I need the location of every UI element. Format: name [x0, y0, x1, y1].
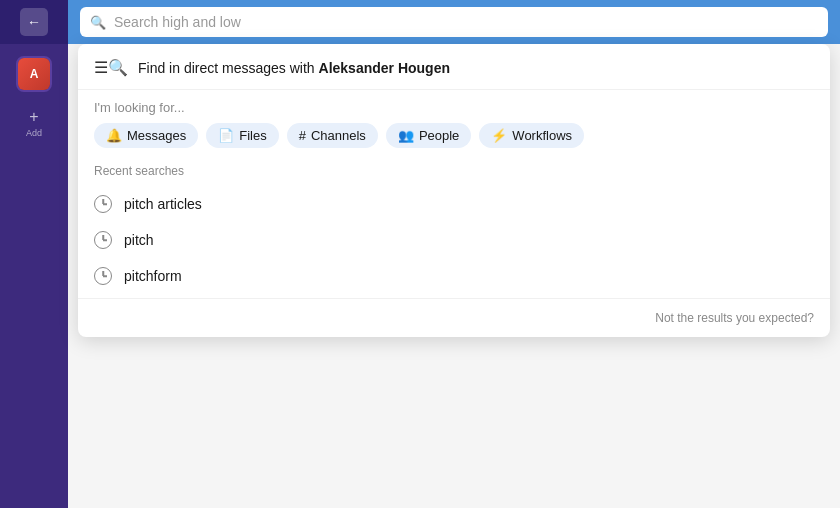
clock-icon-3 — [94, 267, 112, 285]
sidebar-top-bar: ← — [0, 0, 68, 44]
back-button[interactable]: ← — [20, 8, 48, 36]
clock-icon-2 — [94, 231, 112, 249]
top-bar: 🔍 Search high and low — [68, 0, 840, 44]
search-bar[interactable]: 🔍 Search high and low — [80, 7, 828, 37]
recent-text-pitchform: pitchform — [124, 268, 182, 284]
pill-channels-label: Channels — [311, 128, 366, 143]
search-icon: 🔍 — [90, 15, 106, 30]
recent-item-pitch[interactable]: pitch — [78, 222, 830, 258]
looking-for-hint: I'm looking for... — [78, 90, 830, 123]
recent-text-pitch: pitch — [124, 232, 154, 248]
pill-messages[interactable]: 🔔 Messages — [94, 123, 198, 148]
pill-files[interactable]: 📄 Files — [206, 123, 278, 148]
pill-workflows-label: Workflows — [512, 128, 572, 143]
find-in-dm-icon: ☰🔍 — [94, 58, 128, 77]
find-in-dm-row[interactable]: ☰🔍 Find in direct messages with Aleksand… — [78, 44, 830, 90]
recent-searches-label: Recent searches — [78, 160, 830, 186]
bottom-hint: Not the results you expected? — [78, 298, 830, 337]
add-label: Add — [26, 128, 42, 138]
avatar[interactable]: A — [16, 56, 52, 92]
pill-workflows[interactable]: ⚡ Workflows — [479, 123, 584, 148]
find-in-dm-text: Find in direct messages with Aleksander … — [138, 60, 450, 76]
search-placeholder: Search high and low — [114, 14, 241, 30]
filter-pills: 🔔 Messages 📄 Files # Channels 👥 People ⚡… — [78, 123, 830, 160]
people-icon: 👥 — [398, 128, 414, 143]
messages-icon: 🔔 — [106, 128, 122, 143]
find-in-dm-user: Aleksander Hougen — [319, 60, 450, 76]
files-icon: 📄 — [218, 128, 234, 143]
pill-files-label: Files — [239, 128, 266, 143]
channels-icon: # — [299, 128, 306, 143]
recent-text-pitch-articles: pitch articles — [124, 196, 202, 212]
sidebar: ← A + Add — [0, 0, 68, 508]
main-content: 🔍 Search high and low ☰🔍 Find in direct … — [68, 0, 840, 508]
pill-people[interactable]: 👥 People — [386, 123, 471, 148]
pill-people-label: People — [419, 128, 459, 143]
clock-icon — [94, 195, 112, 213]
avatar-initials: A — [18, 58, 50, 90]
pill-messages-label: Messages — [127, 128, 186, 143]
add-workspace-button[interactable]: + Add — [26, 108, 42, 138]
add-icon: + — [29, 108, 38, 126]
search-dropdown: ☰🔍 Find in direct messages with Aleksand… — [78, 44, 830, 337]
recent-item-pitch-articles[interactable]: pitch articles — [78, 186, 830, 222]
pill-channels[interactable]: # Channels — [287, 123, 378, 148]
recent-item-pitchform[interactable]: pitchform — [78, 258, 830, 294]
workflows-icon: ⚡ — [491, 128, 507, 143]
